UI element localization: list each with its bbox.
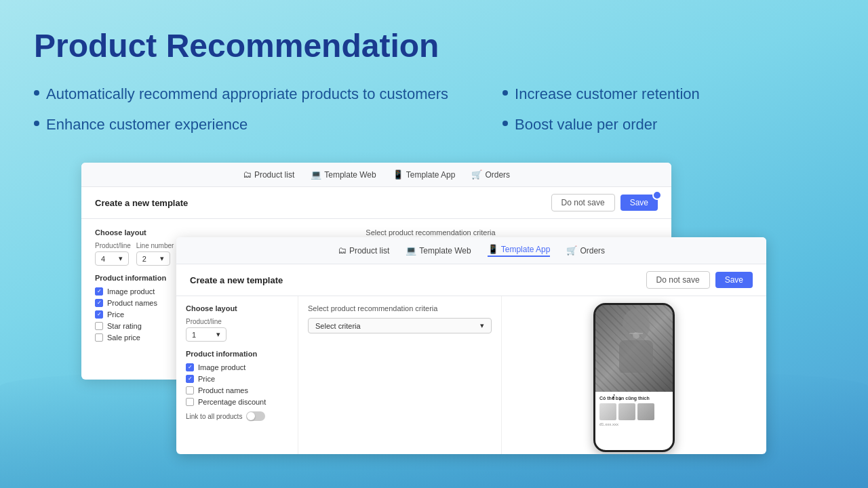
product-list-icon: 🗂	[243, 169, 252, 180]
front-nav-template-app[interactable]: 📱 Template App	[488, 244, 551, 257]
front-do-not-save-button[interactable]: Do not save	[646, 271, 710, 289]
bullet-item-3: Increase customer retention	[502, 85, 700, 104]
link-all-label: Link to all products	[186, 413, 242, 420]
front-cb-price[interactable]: ✓ Price	[186, 375, 288, 383]
checkbox-label: Image product	[107, 287, 155, 296]
front-cb-percentage[interactable]: Percentage discount	[186, 398, 288, 406]
panel-front-actions: Do not save Save	[646, 271, 753, 289]
checkbox-label: Product names	[198, 386, 248, 394]
orders-icon: 🛒	[566, 245, 577, 256]
front-product-line-label: Product/line	[186, 318, 288, 325]
toggle-switch[interactable]	[246, 411, 265, 421]
bullet-dot	[502, 90, 508, 96]
orders-icon: 🛒	[471, 169, 482, 180]
template-web-icon: 💻	[311, 169, 321, 180]
checkbox-sale-price[interactable]: Sale price	[95, 333, 190, 342]
chevron-down-icon: ▾	[480, 321, 484, 330]
product-line-group: Product/line 4 ▾	[95, 242, 131, 266]
product-line-label: Product/line	[95, 242, 131, 249]
checkbox-icon: ✓	[186, 363, 194, 371]
bullet-text-4: Boost value per order	[515, 115, 657, 135]
save-button[interactable]: Save	[620, 195, 658, 211]
checkbox-icon: ✓	[95, 310, 103, 319]
panel-back-left: Choose layout Product/line 4 ▾ Line numb…	[95, 228, 190, 372]
nav-item-orders[interactable]: 🛒 Orders	[471, 169, 510, 180]
bullet-dot	[502, 121, 508, 126]
nav-item-template-web[interactable]: 💻 Template Web	[311, 169, 376, 180]
phone-mockup: Có thể bạn cũng thích đ1.xxx.xxx	[593, 303, 675, 452]
bullets-row: Automatically recommend appropriate prod…	[34, 85, 834, 134]
nav-label-template-app: Template App	[406, 170, 456, 180]
front-nav-orders[interactable]: 🛒 Orders	[566, 245, 605, 256]
checkbox-price[interactable]: ✓ Price	[95, 310, 190, 319]
nav-label-template-web: Template Web	[324, 170, 376, 180]
bullet-dot	[34, 121, 39, 126]
phone-product-image	[595, 305, 673, 392]
product-thumb-2	[618, 403, 635, 420]
front-choose-layout-label: Choose layout	[186, 304, 288, 312]
checkbox-icon: ✓	[95, 299, 103, 307]
main-content: Product Recommendation Automatically rec…	[0, 0, 868, 134]
front-cb-product-names[interactable]: Product names	[186, 386, 288, 394]
bullet-col-right: Increase customer retention Boost value …	[502, 85, 700, 134]
front-nav-label: Template App	[501, 245, 551, 254]
bullet-col-left: Automatically recommend appropriate prod…	[34, 85, 448, 134]
bullet-text-1: Automatically recommend appropriate prod…	[46, 85, 448, 104]
panel-front-title: Create a new template	[190, 275, 283, 285]
front-panel-left: Choose layout Product/line 1 ▾ Product i…	[176, 296, 298, 454]
checkbox-icon: ✓	[186, 375, 194, 383]
criteria-label: Select product recommendation criteria	[203, 228, 658, 237]
checkbox-image-product[interactable]: ✓ Image product	[95, 287, 190, 296]
bullet-dot	[34, 90, 39, 96]
bullet-text-2: Enhance customer experience	[46, 115, 248, 135]
nav-item-product-list[interactable]: 🗂 Product list	[243, 169, 294, 180]
checkbox-product-names[interactable]: ✓ Product names	[95, 299, 190, 307]
checkbox-label: Price	[107, 310, 124, 319]
front-nav-label: Orders	[580, 246, 605, 256]
product-thumbnails	[599, 403, 669, 420]
template-app-icon: 📱	[393, 169, 403, 180]
front-save-button[interactable]: Save	[715, 272, 753, 288]
panel-back-header: Create a new template Do not save Save	[81, 187, 671, 219]
checkbox-label: Sale price	[107, 333, 140, 342]
phone-product-tag: Có thể bạn cũng thích	[599, 396, 669, 401]
checkbox-label: Image product	[198, 363, 245, 371]
phone-bottom: Có thể bạn cũng thích đ1.xxx.xxx	[595, 392, 673, 450]
template-app-icon: 📱	[488, 244, 498, 254]
line-number-select[interactable]: 2 ▾	[136, 251, 170, 266]
checkbox-label: Price	[198, 375, 215, 383]
panel-front-header: Create a new template Do not save Save	[176, 264, 766, 296]
phone-screen: Có thể bạn cũng thích đ1.xxx.xxx	[595, 305, 673, 450]
checkbox-star-rating[interactable]: Star rating	[95, 322, 190, 330]
checkbox-icon	[186, 386, 194, 394]
front-nav-template-web[interactable]: 💻 Template Web	[406, 245, 471, 256]
bullet-text-3: Increase customer retention	[515, 85, 700, 104]
ui-container: 🗂 Product list 💻 Template Web 📱 Template…	[81, 163, 732, 427]
bullet-item-2: Enhance customer experience	[34, 115, 448, 135]
nav-item-template-app[interactable]: 📱 Template App	[393, 169, 456, 180]
template-web-icon: 💻	[406, 245, 416, 256]
checkbox-label: Star rating	[107, 322, 142, 330]
product-photo-svg	[609, 305, 663, 373]
page-title: Product Recommendation	[34, 27, 834, 64]
front-nav-product-list[interactable]: 🗂 Product list	[338, 245, 389, 256]
checkbox-icon	[186, 398, 194, 406]
svg-rect-1	[619, 340, 653, 373]
criteria-select[interactable]: Select criteria ▾	[308, 318, 492, 333]
bullet-item-4: Boost value per order	[502, 115, 700, 135]
panel-back-title: Create a new template	[95, 198, 188, 208]
save-badge	[652, 190, 662, 200]
front-checkbox-list: ✓ Image product ✓ Price Product names Pe…	[186, 363, 288, 406]
product-line-select[interactable]: 4 ▾	[95, 251, 129, 266]
checkbox-list: ✓ Image product ✓ Product names ✓ Price …	[95, 287, 190, 342]
front-cb-image[interactable]: ✓ Image product	[186, 363, 288, 371]
front-panel-right: Có thể bạn cũng thích đ1.xxx.xxx	[502, 296, 766, 454]
panel-front-nav: 🗂 Product list 💻 Template Web 📱 Template…	[176, 237, 766, 264]
chevron-down-icon: ▾	[160, 254, 164, 263]
product-thumb-1	[599, 403, 616, 420]
front-nav-label: Template Web	[419, 246, 471, 256]
do-not-save-button[interactable]: Do not save	[551, 194, 615, 211]
nav-label-product-list: Product list	[254, 170, 294, 180]
front-product-line-select[interactable]: 1 ▾	[186, 327, 226, 342]
checkbox-icon	[95, 333, 103, 342]
